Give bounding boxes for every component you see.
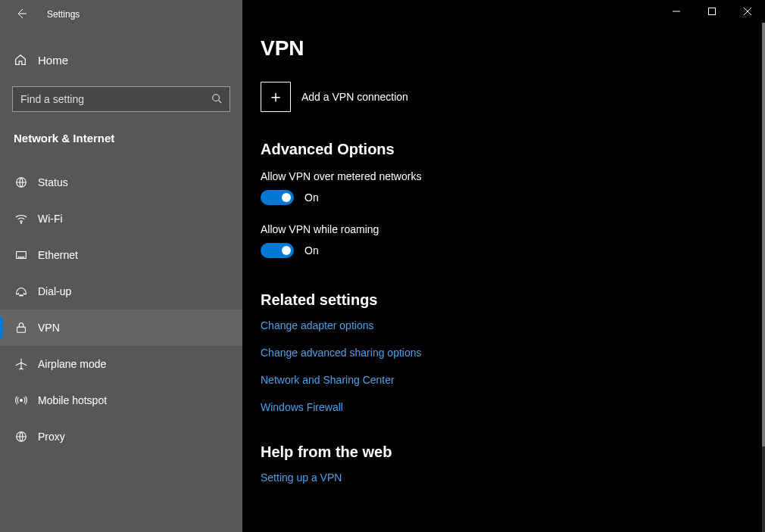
- proxy-icon: [14, 430, 29, 443]
- back-button[interactable]: [9, 2, 33, 26]
- toggle-setting-roaming: Allow VPN while roaming On: [261, 223, 747, 258]
- svg-rect-7: [17, 327, 26, 332]
- sidebar: Settings Home Network & Internet Status …: [0, 0, 242, 532]
- maximize-button[interactable]: [694, 0, 729, 23]
- ethernet-icon: [14, 248, 29, 262]
- sidebar-item-dialup[interactable]: Dial-up: [0, 273, 242, 310]
- window-controls: [658, 0, 765, 23]
- minimize-icon: [673, 5, 680, 17]
- back-arrow-icon: [15, 8, 27, 22]
- scrollbar-thumb[interactable]: [762, 23, 765, 446]
- svg-point-6: [22, 295, 23, 296]
- minimize-button[interactable]: [658, 0, 694, 23]
- sidebar-item-label: Proxy: [38, 431, 65, 443]
- dialup-icon: [14, 285, 29, 298]
- link-advanced-sharing[interactable]: Change advanced sharing options: [261, 347, 422, 359]
- home-icon: [14, 53, 29, 67]
- titlebar: Settings: [0, 0, 242, 29]
- sidebar-item-label: Status: [38, 176, 68, 188]
- status-icon: [14, 176, 29, 189]
- scrollbar[interactable]: [762, 23, 765, 532]
- search-icon: [211, 93, 222, 106]
- search-input-container[interactable]: [12, 86, 230, 112]
- nav-list: Status Wi-Fi Ethernet Dial-up VPN: [0, 164, 242, 455]
- help-heading: Help from the web: [261, 443, 747, 461]
- sidebar-item-proxy[interactable]: Proxy: [0, 418, 242, 455]
- close-icon: [744, 5, 751, 17]
- svg-point-4: [20, 295, 20, 296]
- sidebar-item-label: Ethernet: [38, 249, 78, 261]
- airplane-icon: [14, 357, 29, 371]
- svg-point-5: [20, 295, 21, 296]
- close-button[interactable]: [729, 0, 765, 23]
- related-settings-section: Related settings Change adapter options …: [261, 291, 747, 413]
- toggle-state-label: On: [304, 191, 319, 204]
- sidebar-item-airplane[interactable]: Airplane mode: [0, 346, 242, 382]
- toggle-label: Allow VPN over metered networks: [261, 170, 747, 182]
- link-help-setup-vpn[interactable]: Setting up a VPN: [261, 471, 342, 484]
- search-input[interactable]: [20, 93, 211, 105]
- main-panel: VPN ＋ Add a VPN connection Advanced Opti…: [242, 0, 765, 532]
- toggle-label: Allow VPN while roaming: [261, 223, 747, 235]
- sidebar-item-hotspot[interactable]: Mobile hotspot: [0, 382, 242, 418]
- plus-icon: ＋: [261, 82, 291, 112]
- sidebar-item-ethernet[interactable]: Ethernet: [0, 237, 242, 273]
- wifi-icon: [14, 212, 29, 226]
- link-network-sharing-center[interactable]: Network and Sharing Center: [261, 374, 395, 386]
- sidebar-item-label: Wi-Fi: [38, 213, 63, 225]
- toggle-state-label: On: [304, 244, 319, 257]
- category-heading: Network & Internet: [14, 132, 229, 145]
- sidebar-item-wifi[interactable]: Wi-Fi: [0, 201, 242, 237]
- sidebar-item-label: VPN: [38, 322, 60, 334]
- sidebar-item-label: Dial-up: [38, 285, 71, 297]
- toggle-setting-metered: Allow VPN over metered networks On: [261, 170, 747, 205]
- advanced-options-heading: Advanced Options: [261, 141, 747, 158]
- app-title: Settings: [47, 9, 80, 20]
- page-title: VPN: [261, 36, 747, 61]
- toggle-roaming[interactable]: [261, 243, 294, 258]
- svg-rect-10: [708, 8, 715, 15]
- toggle-metered[interactable]: [261, 190, 294, 205]
- sidebar-item-status[interactable]: Status: [0, 164, 242, 201]
- sidebar-item-label: Mobile hotspot: [38, 394, 107, 406]
- help-section: Help from the web Setting up a VPN: [261, 443, 747, 484]
- svg-point-8: [20, 400, 23, 402]
- maximize-icon: [708, 5, 716, 17]
- add-vpn-button[interactable]: ＋ Add a VPN connection: [261, 82, 747, 112]
- svg-point-0: [213, 94, 220, 101]
- vpn-icon: [14, 321, 29, 334]
- add-vpn-label: Add a VPN connection: [301, 91, 408, 103]
- related-settings-heading: Related settings: [261, 291, 747, 309]
- content-area: VPN ＋ Add a VPN connection Advanced Opti…: [242, 0, 765, 532]
- link-adapter-options[interactable]: Change adapter options: [261, 319, 373, 331]
- sidebar-item-vpn[interactable]: VPN: [0, 310, 242, 346]
- link-windows-firewall[interactable]: Windows Firewall: [261, 401, 343, 413]
- home-button[interactable]: Home: [0, 45, 242, 74]
- home-label: Home: [38, 54, 68, 67]
- svg-point-2: [20, 222, 21, 223]
- sidebar-item-label: Airplane mode: [38, 358, 106, 370]
- hotspot-icon: [14, 394, 29, 407]
